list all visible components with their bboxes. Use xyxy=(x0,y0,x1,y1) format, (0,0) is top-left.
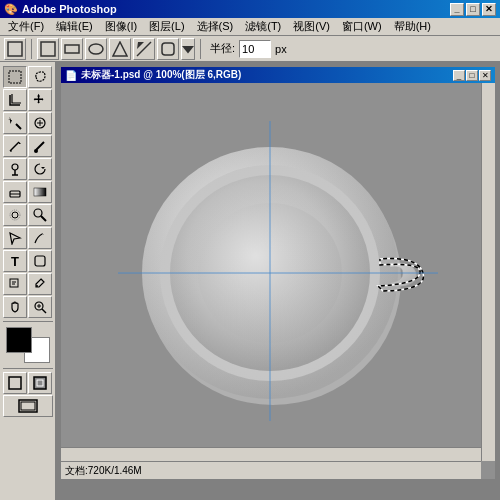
tool-option-btn-1[interactable] xyxy=(4,38,26,60)
tool-history-brush[interactable] xyxy=(28,158,52,180)
horizontal-scrollbar[interactable] xyxy=(61,447,481,461)
tool-row-6 xyxy=(3,181,52,203)
tool-eraser[interactable] xyxy=(3,181,27,203)
tool-brush[interactable] xyxy=(28,135,52,157)
main-area: T xyxy=(0,62,500,500)
canvas-area: 📄 未标器-1.psd @ 100%(图层 6,RGB) _ □ ✕ xyxy=(56,62,500,500)
menu-edit[interactable]: 编辑(E) xyxy=(50,18,99,35)
svg-marker-24 xyxy=(41,167,45,169)
document-title-bar: 📄 未标器-1.psd @ 100%(图层 6,RGB) _ □ ✕ xyxy=(61,67,495,83)
options-toolbar: 半径: px xyxy=(0,36,500,62)
menu-view[interactable]: 视图(V) xyxy=(287,18,336,35)
svg-rect-2 xyxy=(65,45,79,53)
maximize-button[interactable]: □ xyxy=(466,3,480,16)
tool-option-btn-7[interactable] xyxy=(157,38,179,60)
color-boxes xyxy=(6,327,50,363)
svg-rect-27 xyxy=(34,188,46,196)
tool-magic-wand[interactable] xyxy=(3,112,27,134)
title-bar: 🎨 Adobe Photoshop _ □ ✕ xyxy=(0,0,500,18)
tool-move[interactable] xyxy=(28,89,52,111)
svg-rect-44 xyxy=(34,377,46,389)
tool-option-btn-4[interactable] xyxy=(85,38,107,60)
tool-quickmask-mode[interactable] xyxy=(28,372,52,394)
tool-row-3 xyxy=(3,112,52,134)
foreground-color-box[interactable] xyxy=(6,327,32,353)
tool-sep-1 xyxy=(3,321,53,322)
menu-file[interactable]: 文件(F) xyxy=(2,18,50,35)
px-label: px xyxy=(275,43,287,55)
app-title: Adobe Photoshop xyxy=(22,3,450,15)
svg-marker-10 xyxy=(34,94,44,104)
tool-dodge[interactable] xyxy=(28,204,52,226)
svg-point-29 xyxy=(12,212,18,218)
svg-marker-12 xyxy=(8,117,12,124)
doc-close[interactable]: ✕ xyxy=(479,70,491,81)
tool-row-4 xyxy=(3,135,52,157)
left-toolbar: T xyxy=(0,62,56,500)
tool-option-dropdown[interactable] xyxy=(181,38,195,60)
toolbar-separator-2 xyxy=(200,39,201,59)
tool-option-btn-3[interactable] xyxy=(61,38,83,60)
tool-row-12 xyxy=(3,372,52,394)
menu-select[interactable]: 选择(S) xyxy=(191,18,240,35)
svg-rect-47 xyxy=(21,402,35,410)
menu-layer[interactable]: 图层(L) xyxy=(143,18,190,35)
svg-point-3 xyxy=(89,44,103,54)
svg-point-38 xyxy=(36,285,38,287)
menu-window[interactable]: 窗口(W) xyxy=(336,18,388,35)
tool-option-btn-6[interactable] xyxy=(133,38,155,60)
vertical-scrollbar[interactable] xyxy=(481,83,495,461)
plate-container xyxy=(118,121,438,441)
tool-gradient[interactable] xyxy=(28,181,52,203)
tool-lasso[interactable] xyxy=(28,66,52,88)
svg-rect-43 xyxy=(9,377,21,389)
svg-rect-9 xyxy=(9,71,21,83)
toolbar-separator-1 xyxy=(31,39,32,59)
svg-marker-6 xyxy=(137,42,144,49)
tool-clone-stamp[interactable] xyxy=(3,158,27,180)
svg-line-11 xyxy=(16,124,21,129)
svg-marker-32 xyxy=(10,233,20,244)
tool-rectangular-marquee[interactable] xyxy=(3,66,27,88)
tool-shape[interactable] xyxy=(28,250,52,272)
tool-healing-brush[interactable] xyxy=(28,112,52,134)
svg-rect-0 xyxy=(8,42,22,56)
tool-row-9: T xyxy=(3,250,52,272)
tool-type[interactable]: T xyxy=(3,250,27,272)
tool-screen-mode[interactable] xyxy=(3,395,53,417)
tool-pencil[interactable] xyxy=(3,135,27,157)
tool-eyedropper[interactable] xyxy=(28,273,52,295)
tool-option-btn-2[interactable] xyxy=(37,38,59,60)
app-icon: 🎨 xyxy=(4,3,18,16)
tool-row-8 xyxy=(3,227,52,249)
menu-help[interactable]: 帮助(H) xyxy=(388,18,437,35)
minimize-button[interactable]: _ xyxy=(450,3,464,16)
tool-row-11 xyxy=(3,296,52,318)
menu-filter[interactable]: 滤镜(T) xyxy=(239,18,287,35)
doc-maximize[interactable]: □ xyxy=(466,70,478,81)
document-status-bar: 文档:720K/1.46M xyxy=(61,461,481,479)
tool-row-2 xyxy=(3,89,52,111)
tool-pen[interactable] xyxy=(28,227,52,249)
svg-rect-34 xyxy=(35,256,45,266)
tool-path-selection[interactable] xyxy=(3,227,27,249)
tool-blur[interactable] xyxy=(3,204,27,226)
tool-sep-2 xyxy=(3,368,53,369)
radius-label: 半径: xyxy=(210,41,235,56)
tool-standard-mode[interactable] xyxy=(3,372,27,394)
svg-point-20 xyxy=(34,149,38,153)
menu-image[interactable]: 图像(I) xyxy=(99,18,143,35)
tool-row-10 xyxy=(3,273,52,295)
tool-option-btn-5[interactable] xyxy=(109,38,131,60)
svg-point-30 xyxy=(34,209,42,217)
svg-marker-4 xyxy=(113,42,127,56)
tool-crop[interactable] xyxy=(3,89,27,111)
svg-line-16 xyxy=(10,142,19,151)
tool-zoom[interactable] xyxy=(28,296,52,318)
doc-minimize[interactable]: _ xyxy=(453,70,465,81)
close-button[interactable]: ✕ xyxy=(482,3,496,16)
radius-input[interactable] xyxy=(239,40,271,58)
tool-annotations[interactable] xyxy=(3,273,27,295)
tool-hand[interactable] xyxy=(3,296,27,318)
svg-line-19 xyxy=(36,142,44,150)
